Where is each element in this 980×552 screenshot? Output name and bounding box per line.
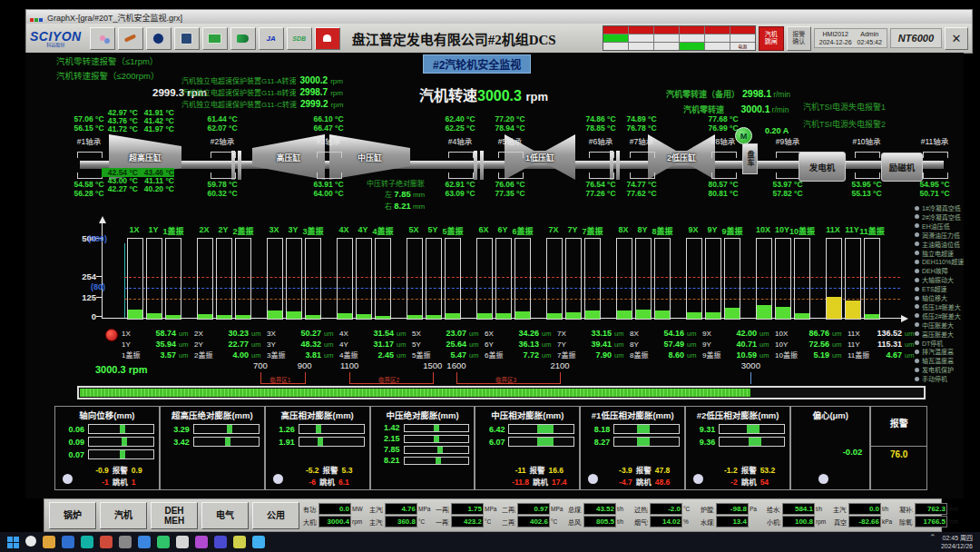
operator-icon-button[interactable] xyxy=(174,27,200,50)
status-value: 0.0 xyxy=(848,503,881,515)
y-axis-tick xyxy=(96,276,102,277)
tsi-power-alarm-1: 汽机TSI电源失电报警1 xyxy=(803,101,886,113)
ja-icon: JA xyxy=(267,34,276,43)
monitor-icon-button[interactable] xyxy=(202,27,228,50)
trip-low: -4.7 xyxy=(619,478,632,487)
y-axis-secondary-label: (300) xyxy=(88,234,107,243)
status-label: 炉膛负压 xyxy=(701,505,714,514)
nav-button-锅炉[interactable]: 锅炉 xyxy=(49,502,96,529)
tools-icon-button[interactable] xyxy=(118,27,143,50)
vibration-bar-fill xyxy=(865,314,879,319)
rpm-tick-label: 1600 xyxy=(444,360,469,370)
y-axis-secondary-label: (80) xyxy=(91,282,105,291)
status-unit: MPa xyxy=(418,506,432,512)
alarm-low: -3.9 xyxy=(619,466,632,475)
panel-bar xyxy=(719,437,785,447)
nav-button-电气[interactable]: 电气 xyxy=(201,502,249,529)
ip-expansion-left: 左 7.85 mm xyxy=(385,189,425,199)
status-dot-icon xyxy=(915,377,919,381)
nav-button-DEH[interactable]: DEHMEH xyxy=(151,502,198,529)
bearing-bracket xyxy=(77,152,103,158)
bearing-temp: 66.47 °C xyxy=(305,123,352,133)
panel-bar xyxy=(88,437,154,447)
panel-bar-row: 0.06 xyxy=(60,424,154,434)
vibration-bar xyxy=(407,238,423,320)
divider xyxy=(871,446,926,447)
turbine-trip-indicator[interactable]: 汽机 跳闸 xyxy=(759,26,784,51)
alarm-bell-icon-button[interactable] xyxy=(315,27,340,50)
trip-high: 17.4 xyxy=(552,478,567,487)
alarm-ack-button[interactable]: 报警 确认 xyxy=(787,26,811,51)
trip-high: 54 xyxy=(760,478,769,487)
panel-trip-limits: -1跳机1 xyxy=(83,476,155,487)
status-value: 100.8 xyxy=(782,516,815,527)
vibration-point-label: 5盖振 xyxy=(412,350,436,360)
status-unit: t/h xyxy=(816,506,829,512)
y-axis-tick-label: 254 xyxy=(56,271,96,281)
alarm-high: 53.2 xyxy=(760,466,776,475)
ja-icon-button[interactable]: JA xyxy=(259,27,284,50)
bearing-bracket xyxy=(711,152,737,158)
trip-condition-item: 独立电超速 xyxy=(915,249,954,258)
users-icon-button[interactable] xyxy=(90,27,115,50)
taskbar-app-icon[interactable] xyxy=(100,536,113,548)
taskbar-app-icon[interactable] xyxy=(195,536,208,548)
taskbar-clock[interactable]: ⌃ 02:45 周四 2024/12/26 xyxy=(929,533,973,551)
session-date: 2024-12-26 xyxy=(819,38,852,46)
taskbar-app-icon[interactable] xyxy=(81,536,93,548)
panel-title: 轴向位移(mm) xyxy=(60,409,154,421)
trip-condition-label: 1#冷凝真空低 xyxy=(922,203,961,212)
panel-bar xyxy=(613,424,680,434)
sdb-icon-button[interactable]: SDB xyxy=(287,27,312,50)
tray-expand-icon[interactable]: ⌃ xyxy=(929,533,941,542)
panel-title: 高压相对膨胀(mm) xyxy=(270,409,365,421)
vibration-bar-fill xyxy=(338,313,352,319)
vibration-point-unit: um xyxy=(760,351,769,360)
clock-date: 2024/12/26 xyxy=(941,543,973,549)
status-pair: 有功功率0.0MW大机转速3000.4rpm xyxy=(303,503,366,528)
overspeed-unit: rpm xyxy=(330,77,343,85)
taskbar-app-icon[interactable] xyxy=(138,536,151,548)
taskbar-app-icon[interactable] xyxy=(252,536,265,548)
status-row: 二再压力0.97MPa xyxy=(502,503,564,516)
trip-condition-label: 大轴振动大 xyxy=(922,275,954,284)
status-dot-icon xyxy=(915,242,919,246)
taskbar-app-icon[interactable] xyxy=(214,536,227,548)
alarm-grid-cell: 电源 xyxy=(730,43,755,50)
bearing-bracket xyxy=(317,172,342,179)
panel-status-dot xyxy=(273,474,283,484)
nav-button-公用[interactable]: 公用 xyxy=(252,502,299,529)
clock-icon-button[interactable] xyxy=(146,27,172,50)
taskbar-app-icon[interactable] xyxy=(43,536,55,548)
bearing-temp: 50.71 °C xyxy=(911,189,958,198)
nav-button-label: 公用 xyxy=(267,510,285,520)
taskbar-app-icon[interactable] xyxy=(62,536,74,548)
trip-condition-label: 轴瓦温度高 xyxy=(922,356,954,365)
trip-condition-label: 低压1#胀差大 xyxy=(922,302,961,311)
cylinder-temp: 42.27 °C xyxy=(102,184,138,193)
taskbar-app-icon[interactable] xyxy=(233,536,246,548)
rpm-tick-mark xyxy=(560,372,561,384)
book-icon-button[interactable] xyxy=(230,27,256,50)
trip-condition-item: ETS超速 xyxy=(915,284,947,293)
taskbar-app-icon[interactable] xyxy=(176,536,189,548)
status-dot-icon xyxy=(915,206,919,211)
close-button[interactable] xyxy=(945,27,968,50)
start-button[interactable] xyxy=(7,537,19,548)
vibration-bar-fill xyxy=(547,313,562,319)
trip-condition-item: 低压1#胀差大 xyxy=(915,302,961,311)
panel-bar-row: 8.27 xyxy=(585,437,680,447)
taskbar-app-icon[interactable] xyxy=(119,536,132,548)
vibration-bar-fill xyxy=(776,307,790,319)
vibration-table-cell: 6盖振7.72um xyxy=(485,345,557,361)
vibration-bar xyxy=(235,238,251,320)
search-icon[interactable] xyxy=(25,536,36,547)
alarm-bell-icon xyxy=(323,34,331,42)
panel-value: 1.42 xyxy=(376,423,400,432)
status-label: 给水流量 xyxy=(767,505,780,514)
vibration-bar-fill xyxy=(217,315,231,319)
taskbar-app-icon[interactable] xyxy=(157,536,170,548)
vibration-bar xyxy=(514,238,531,320)
nav-button-汽机[interactable]: 汽机 xyxy=(100,502,147,529)
status-unit: rpm xyxy=(352,518,366,525)
